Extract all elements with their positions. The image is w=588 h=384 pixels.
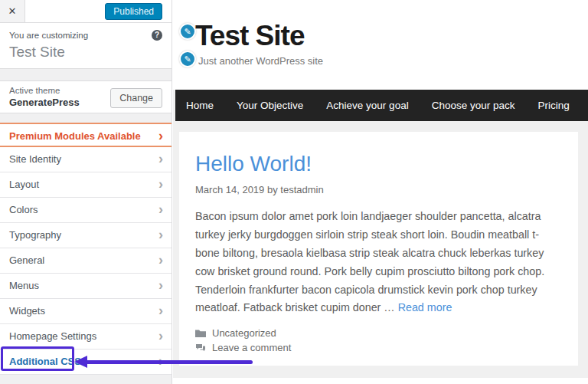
customize-info-section: You are customizing Test Site ? (0, 23, 172, 69)
comment-label: Leave a comment (212, 342, 291, 353)
section-gap (0, 113, 172, 123)
sidebar-item-label: General (9, 254, 44, 266)
annotation-arrow (86, 360, 253, 364)
sidebar-item-site-identity[interactable]: Site Identity › (0, 147, 172, 172)
sidebar-item-colors[interactable]: Colors › (0, 198, 172, 223)
sidebar-item-layout[interactable]: Layout › (0, 172, 172, 198)
sidebar-item-homepage-settings[interactable]: Homepage Settings › (0, 324, 172, 350)
chevron-right-icon: › (158, 274, 163, 297)
sidebar-item-label: Homepage Settings (9, 330, 96, 342)
chevron-right-icon: › (158, 248, 163, 271)
chevron-right-icon: › (158, 299, 163, 322)
annotation-arrow-head-icon (74, 356, 87, 368)
customizer-window: ✕ Published You are customizing Test Sit… (0, 0, 588, 384)
post-card: Hello World! March 14, 2019 by testadmin… (179, 132, 578, 366)
read-more-link[interactable]: Read more (398, 301, 452, 313)
customizing-label: You are customizing (9, 31, 162, 40)
chevron-right-icon: › (158, 124, 163, 147)
edit-tagline-icon[interactable]: ✎ (179, 51, 196, 67)
sidebar-item-general[interactable]: General › (0, 248, 172, 274)
published-button[interactable]: Published (105, 3, 162, 20)
comment-icon (195, 343, 206, 353)
close-icon: ✕ (8, 5, 17, 17)
sidebar-item-label: Additional CSS (9, 356, 81, 367)
active-theme-panel: Active theme GeneratePress Change (0, 80, 172, 113)
sidebar-item-premium-modules[interactable]: Premium Modules Available › (0, 123, 172, 147)
chevron-right-icon: › (158, 324, 163, 347)
sidebar-item-label: Menus (9, 280, 39, 291)
folder-icon (195, 329, 206, 338)
sidebar-item-menus[interactable]: Menus › (0, 274, 172, 299)
customizer-topbar: ✕ Published (0, 0, 172, 23)
category-label: Uncategorized (212, 327, 276, 339)
help-icon[interactable]: ? (152, 30, 162, 41)
chevron-right-icon: › (158, 172, 163, 195)
customizer-sidebar: ✕ Published You are customizing Test Sit… (0, 0, 172, 384)
site-title[interactable]: Test Site (195, 20, 304, 52)
site-preview-pane: ✎ Test Site ✎ Just another WordPress sit… (173, 0, 588, 384)
post-excerpt: Bacon ipsum dolor amet pork loin landjae… (195, 208, 561, 317)
footer-band (173, 378, 588, 384)
edit-site-title-icon[interactable]: ✎ (179, 23, 196, 40)
sidebar-item-label: Colors (9, 204, 38, 215)
site-header: ✎ Test Site ✎ Just another WordPress sit… (173, 0, 588, 90)
sidebar-item-label: Premium Modules Available (9, 130, 141, 142)
sidebar-item-label: Layout (9, 179, 39, 190)
post-title-link[interactable]: Hello World! (195, 152, 561, 176)
category-link[interactable]: Uncategorized (195, 327, 561, 339)
leave-comment-link[interactable]: Leave a comment (195, 342, 561, 353)
primary-navigation: Home Your Objective Achieve your goal Ch… (175, 90, 588, 121)
close-customizer-button[interactable]: ✕ (0, 0, 25, 22)
chevron-right-icon: › (158, 147, 163, 170)
section-gap (0, 69, 172, 80)
customizing-site-name: Test Site (9, 44, 162, 61)
sidebar-item-label: Typography (9, 229, 61, 241)
sidebar-item-typography[interactable]: Typography › (0, 223, 172, 248)
excerpt-ellipsis: … (384, 301, 397, 313)
site-tagline: Just another WordPress site (198, 55, 323, 67)
sidebar-item-widgets[interactable]: Widgets › (0, 299, 172, 324)
change-theme-button[interactable]: Change (110, 88, 162, 108)
nav-item-achieve-your-goal[interactable]: Achieve your goal (326, 100, 408, 111)
nav-item-your-objective[interactable]: Your Objective (237, 100, 303, 111)
sidebar-item-label: Site Identity (9, 153, 61, 165)
chevron-right-icon: › (158, 198, 163, 221)
nav-item-home[interactable]: Home (186, 100, 214, 111)
nav-item-choose-your-pack[interactable]: Choose your pack (432, 100, 515, 111)
chevron-right-icon: › (158, 223, 163, 246)
entry-meta: Uncategorized Leave a comment (195, 327, 561, 353)
post-date-author: March 14, 2019 by testadmin (195, 184, 561, 195)
nav-item-pricing[interactable]: Pricing (537, 100, 569, 111)
excerpt-text: Bacon ipsum dolor amet pork loin landjae… (195, 210, 544, 313)
sidebar-item-label: Widgets (9, 305, 45, 317)
